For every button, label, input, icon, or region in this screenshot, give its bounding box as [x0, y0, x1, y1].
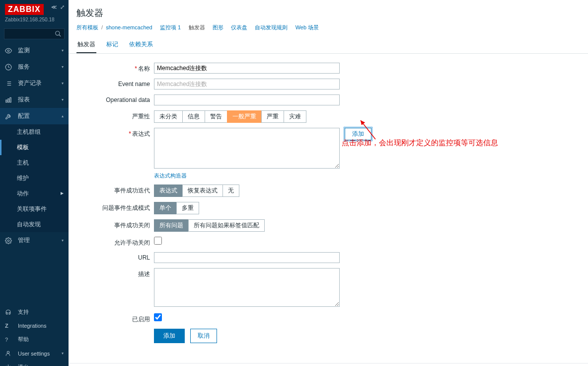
tab-trigger[interactable]: 触发器: [76, 36, 96, 53]
bc-items[interactable]: 监控项 1: [160, 24, 181, 30]
label-expr: 表达式: [76, 128, 154, 138]
subnav-maintenance[interactable]: 维护: [0, 171, 69, 186]
sev-disaster[interactable]: 灾难: [284, 110, 306, 123]
chevron-right-icon: ▸: [61, 189, 64, 196]
sev-high[interactable]: 严重: [261, 110, 284, 123]
search-icon[interactable]: [55, 30, 62, 37]
link-expr-builder[interactable]: 表达式构造器: [154, 172, 187, 180]
bc-dashboards[interactable]: 仪表盘: [231, 24, 247, 30]
sev-avg[interactable]: 一般严重: [227, 110, 262, 123]
label-okgen: 事件成功迭代: [76, 184, 154, 195]
input-name[interactable]: [154, 63, 340, 74]
chart-icon: [5, 96, 14, 103]
nav-monitoring[interactable]: 监测 ▾: [0, 42, 69, 59]
label-okclose: 事件成功关闭: [76, 219, 154, 230]
label-problem-mode: 问题事件生成模式: [76, 202, 154, 212]
mode-multi[interactable]: 多重: [176, 202, 199, 214]
input-expression[interactable]: [154, 128, 340, 169]
okgen-recexpr[interactable]: 恢复表达式: [182, 184, 223, 197]
okgen-none[interactable]: 无: [222, 184, 239, 197]
expand-icon[interactable]: ⤢: [60, 4, 65, 10]
nav-signout[interactable]: 退出: [0, 360, 69, 366]
sidebar-footer: 支持 Z Integrations ? 帮助 User settings ▾ 退…: [0, 305, 69, 366]
mode-single[interactable]: 单个: [154, 202, 177, 214]
nav-label: 资产记录: [18, 79, 42, 88]
bc-graphs[interactable]: 图形: [213, 24, 223, 30]
nav-label: User settings: [18, 351, 50, 357]
bc-discovery[interactable]: 自动发现规则: [255, 24, 288, 30]
submit-button[interactable]: 添加: [154, 329, 185, 343]
subnav-hostgroups[interactable]: 主机群组: [0, 124, 69, 140]
nav-label: 支持: [18, 308, 29, 316]
svg-rect-11: [8, 98, 9, 102]
subnav-actions[interactable]: 动作▸: [0, 186, 69, 201]
okgen-expr[interactable]: 表达式: [154, 184, 183, 197]
label-opdata: Operational data: [76, 94, 154, 103]
svg-line-16: [361, 120, 375, 139]
eye-icon: [5, 47, 14, 54]
label-eventname: Event name: [76, 79, 154, 88]
subnav-hosts[interactable]: 主机: [0, 155, 69, 171]
collapse-icon[interactable]: ≪: [51, 4, 57, 10]
subnav-discovery[interactable]: 自动发现: [0, 217, 69, 232]
nav-services[interactable]: 服务 ▾: [0, 59, 69, 75]
chevron-down-icon: ▾: [62, 351, 64, 356]
input-opdata[interactable]: [154, 94, 340, 105]
bc-template[interactable]: shone-memcached: [106, 24, 152, 30]
clock-icon: [5, 64, 14, 71]
svg-line-1: [59, 35, 61, 37]
nav-integrations[interactable]: Z Integrations: [0, 319, 69, 332]
svg-point-0: [56, 31, 60, 35]
input-url[interactable]: [154, 252, 340, 263]
chk-enabled[interactable]: [154, 313, 162, 321]
question-icon: ?: [5, 337, 14, 343]
nav-reports[interactable]: 报表 ▾: [0, 92, 69, 108]
search-box: [4, 28, 65, 39]
nav-inventory[interactable]: 资产记录 ▾: [0, 75, 69, 92]
sev-info[interactable]: 信息: [182, 110, 205, 123]
power-icon: [5, 364, 14, 366]
label-severity: 严重性: [76, 110, 154, 121]
svg-rect-12: [10, 97, 11, 102]
server-host: Zabbix192.168.250.18: [5, 17, 64, 22]
cancel-button[interactable]: 取消: [190, 329, 217, 343]
nav-config[interactable]: 配置 ▴: [0, 108, 69, 124]
tab-deps[interactable]: 依赖关系: [128, 36, 154, 53]
svg-point-2: [7, 50, 9, 52]
nav-usersettings[interactable]: User settings ▾: [0, 347, 69, 360]
nav-help[interactable]: ? 帮助: [0, 332, 69, 347]
main-nav: 监测 ▾ 服务 ▾ 资产记录 ▾ 报表 ▾ 配置 ▴: [0, 42, 69, 305]
okclose-selector: 所有问题 所有问题如果标签值匹配: [154, 219, 340, 232]
chk-manual-close[interactable]: [154, 237, 162, 245]
input-eventname[interactable]: [154, 79, 340, 90]
config-submenu: 主机群组 模板 主机 维护 动作▸ 关联项事件 自动发现: [0, 124, 69, 232]
headset-icon: [5, 309, 14, 315]
bc-all-templates[interactable]: 所有模板: [76, 24, 98, 30]
severity-selector: 未分类 信息 警告 一般严重 严重 灾难: [154, 110, 340, 123]
input-desc[interactable]: [154, 268, 340, 307]
trigger-form: 名称 Event name Operational data 严重性 未分类 信…: [69, 54, 588, 363]
bc-triggers: 触发器: [189, 24, 205, 30]
sidebar: ZABBIX ≪ ⤢ Zabbix192.168.250.18 监测 ▾ 服务 …: [0, 0, 69, 366]
sev-na[interactable]: 未分类: [154, 110, 183, 123]
nav-support[interactable]: 支持: [0, 305, 69, 319]
chevron-down-icon: ▾: [62, 238, 64, 243]
subnav-templates[interactable]: 模板: [0, 140, 69, 155]
bc-web[interactable]: Web 场景: [295, 24, 319, 30]
tab-tag[interactable]: 标记: [105, 36, 119, 53]
svg-rect-10: [6, 100, 7, 102]
subnav-correlation[interactable]: 关联项事件: [0, 201, 69, 217]
list-icon: [5, 80, 14, 87]
nav-admin[interactable]: 管理 ▾: [0, 232, 69, 249]
wrench-icon: [5, 113, 14, 120]
nav-label: 监测: [18, 46, 30, 55]
annotation-text: 点击添加，会出现刚才定义的监控项等可选信息: [342, 138, 498, 148]
user-icon: [5, 350, 14, 357]
gear-icon: [5, 237, 14, 244]
sidebar-header: ZABBIX ≪ ⤢ Zabbix192.168.250.18: [0, 0, 69, 25]
okclose-tag[interactable]: 所有问题如果标签值匹配: [188, 219, 265, 232]
chevron-up-icon: ▴: [62, 114, 64, 118]
okclose-all[interactable]: 所有问题: [154, 219, 189, 232]
nav-label: 配置: [18, 112, 30, 120]
sev-warn[interactable]: 警告: [205, 110, 227, 123]
